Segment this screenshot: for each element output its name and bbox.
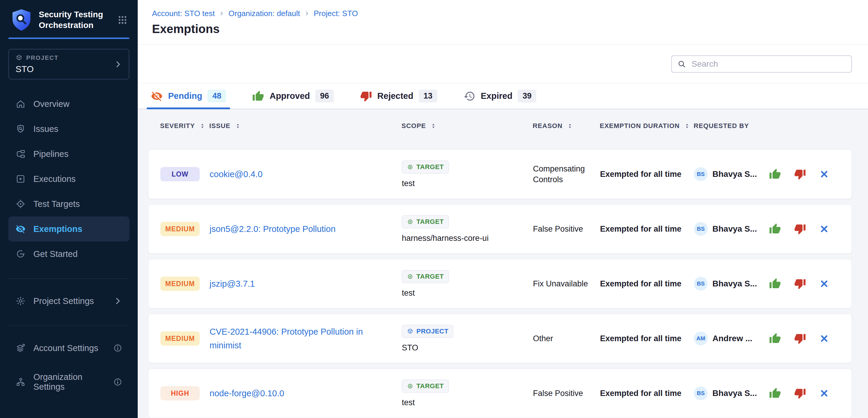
sidebar-item-label: Issues [33,124,58,134]
close-icon [819,169,829,179]
issue-link[interactable]: json5@2.2.0: Prototype Pollution [210,222,360,236]
reject-button[interactable] [794,168,806,180]
info-icon[interactable] [113,344,122,352]
sidebar-item-label: Overview [33,99,69,109]
breadcrumb-organization[interactable]: Organization: default [228,9,300,18]
reject-button[interactable] [794,387,806,399]
sidebar-item-issues[interactable]: Issues [8,116,129,141]
sidebar-item-pipelines[interactable]: Pipelines [8,141,129,166]
sidebar-item-account-settings[interactable]: Account Settings [8,336,129,360]
dismiss-button[interactable] [819,169,829,179]
column-header-exemption-duration: EXEMPTION DURATION [600,122,693,130]
reason-cell: Compensating Controls [533,164,600,185]
dismiss-button[interactable] [819,334,829,344]
approve-button[interactable] [769,278,781,290]
chevron-right-icon [114,60,122,68]
table-row[interactable]: MEDIUM CVE-2021-44906: Prototype Polluti… [148,314,852,363]
search-input[interactable] [691,59,846,69]
approve-button[interactable] [769,168,781,180]
scope-badge: TARGET [402,215,449,228]
org-gear-icon [16,377,26,387]
dismiss-button[interactable] [819,279,829,289]
reject-button[interactable] [794,278,806,290]
column-header-reason: REASON [533,122,600,130]
duration-cell: Exempted for all time [600,334,694,343]
tab-expired[interactable]: Expired 39 [462,83,538,109]
table-row[interactable]: HIGH node-forge@0.10.0 TARGET test False [148,369,852,418]
scope-cell: TARGET harness/harness-core-ui [402,215,533,243]
target-icon [407,383,413,389]
row-actions [766,223,840,235]
avatar: AM [694,332,708,345]
thumb-up-icon [769,333,781,345]
gear-icon [16,296,26,306]
project-cube-icon [407,328,413,335]
sidebar-item-test-targets[interactable]: Test Targets [8,191,129,216]
thumb-up-icon [769,223,781,235]
issue-link[interactable]: jszip@3.7.1 [210,277,279,290]
tab-pending[interactable]: Pending 48 [149,83,228,109]
duration-cell: Exempted for all time [600,224,694,234]
column-header-issue: ISSUE [209,122,402,130]
sidebar-item-label: Organization Settings [33,372,105,392]
scope-badge: TARGET [402,270,449,283]
info-icon[interactable] [113,378,122,386]
duration-text: Exempted for all time [600,389,681,398]
requester-name: Bhavya S... [712,388,757,398]
approve-button[interactable] [769,387,781,399]
thumb-down-icon [360,90,372,102]
module-title: Security Testing Orchestration [39,9,111,31]
approve-button[interactable] [769,333,781,345]
column-label: SEVERITY [160,122,195,130]
project-selector[interactable]: PROJECT STO [8,49,129,79]
tab-rejected[interactable]: Rejected 13 [358,83,439,109]
sidebar-item-label: Pipelines [33,149,68,159]
breadcrumb-project[interactable]: Project: STO [314,9,358,18]
issue-link[interactable]: node-forge@0.10.0 [210,386,308,400]
tab-label: Rejected [377,91,413,101]
sidebar-item-get-started[interactable]: Get Started [8,241,129,267]
thumb-up-icon [769,387,781,399]
issue-cell: CVE-2021-44906: Prototype Pollution in m… [210,325,402,352]
sort-icon[interactable] [235,122,241,130]
sidebar-item-executions[interactable]: Executions [8,166,129,191]
sidebar-item-organization-settings[interactable]: Organization Settings [8,370,129,394]
duration-cell: Exempted for all time [600,389,694,398]
close-icon [819,224,829,234]
module-switcher-icon[interactable] [118,15,128,25]
table-column-headers: SEVERITY ISSUE SCOPE REASON EXEMPTION DU… [148,116,852,135]
sto-shield-logo [11,8,32,32]
sort-icon[interactable] [199,122,206,130]
issue-link[interactable]: cookie@0.4.0 [210,167,286,181]
sidebar-item-project-settings[interactable]: Project Settings [8,288,129,314]
sort-icon[interactable] [430,122,437,130]
avatar: BS [694,222,708,236]
thumb-down-icon [794,387,806,399]
issue-link[interactable]: CVE-2021-44906: Prototype Pollution in m… [210,325,402,352]
table-row[interactable]: MEDIUM jszip@3.7.1 TARGET test Fix Unava… [148,259,852,308]
approve-button[interactable] [769,223,781,235]
sidebar-item-overview[interactable]: Overview [8,92,129,116]
tab-approved[interactable]: Approved 96 [250,83,335,109]
tab-label: Pending [168,91,202,101]
tab-label: Expired [481,91,513,101]
search-box [671,56,852,73]
sidebar-item-exemptions[interactable]: Exemptions [8,216,129,241]
reason-text: False Positive [533,388,595,398]
avatar: BS [694,167,708,181]
sort-icon[interactable] [684,122,690,130]
scope-value: test [402,398,415,407]
reject-button[interactable] [794,223,806,235]
table-row[interactable]: LOW cookie@0.4.0 TARGET test Compensatin… [148,149,852,199]
project-info: PROJECT STO [16,54,114,74]
column-header-severity: SEVERITY [160,122,209,130]
dismiss-button[interactable] [819,388,829,398]
breadcrumb-account[interactable]: Account: STO test [152,9,215,18]
reason-text: False Positive [533,223,595,234]
severity-badge: LOW [160,167,200,181]
table-row[interactable]: MEDIUM json5@2.2.0: Prototype Pollution … [148,204,852,254]
sort-icon[interactable] [567,122,573,130]
reject-button[interactable] [794,333,806,345]
dismiss-button[interactable] [819,224,829,234]
thumb-up-icon [252,90,264,102]
